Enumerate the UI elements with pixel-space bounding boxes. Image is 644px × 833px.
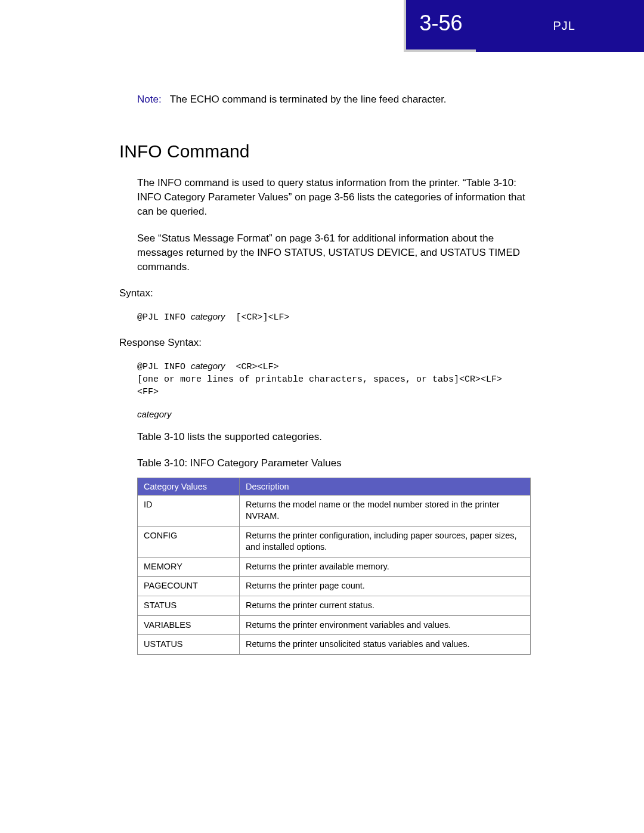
note-row: Note: The ECHO command is terminated by … [137, 94, 531, 106]
table-row: STATUS Returns the printer current statu… [138, 596, 531, 615]
paragraph-2: See “Status Message Format” on page 3-61… [137, 231, 531, 274]
table-row: ID Returns the model name or the model n… [138, 495, 531, 526]
cell-description: Returns the printer page count. [240, 577, 531, 596]
section-label: PJL [476, 0, 644, 52]
paragraph-1: The INFO command is used to query status… [137, 176, 531, 218]
syntax-prefix: @PJL INFO [137, 312, 191, 323]
table-header-description: Description [240, 478, 531, 495]
category-table: Category Values Description ID Returns t… [137, 478, 531, 655]
response-syntax-label: Response Syntax: [119, 337, 531, 349]
cell-description: Returns the printer available memory. [240, 557, 531, 577]
response-italic: category [191, 361, 225, 371]
cell-category: MEMORY [138, 557, 240, 577]
table-row: MEMORY Returns the printer available mem… [138, 557, 531, 577]
page-header: 3-56 PJL [0, 0, 644, 52]
page-content: Note: The ECHO command is terminated by … [119, 94, 531, 655]
syntax-italic: category [191, 311, 225, 321]
response-prefix: @PJL INFO [137, 362, 191, 372]
cell-description: Returns the printer current status. [240, 596, 531, 615]
syntax-label: Syntax: [119, 287, 531, 299]
syntax-suffix: [<CR>]<LF> [225, 312, 290, 323]
cell-category: ID [138, 495, 240, 526]
table-row: PAGECOUNT Returns the printer page count… [138, 577, 531, 596]
header-wrap: 3-56 PJL [404, 0, 644, 52]
cell-category: PAGECOUNT [138, 577, 240, 596]
table-row: VARIABLES Returns the printer environmen… [138, 615, 531, 635]
table-row: USTATUS Returns the printer unsolicited … [138, 635, 531, 655]
note-text: The ECHO command is terminated by the li… [170, 94, 447, 106]
cell-category: STATUS [138, 596, 240, 615]
note-label: Note: [137, 94, 162, 106]
paragraph-3: Table 3-10 lists the supported categorie… [137, 430, 531, 444]
cell-description: Returns the printer configuration, inclu… [240, 526, 531, 557]
table-header-row: Category Values Description [138, 478, 531, 495]
cell-category: CONFIG [138, 526, 240, 557]
table-row: CONFIG Returns the printer configuration… [138, 526, 531, 557]
category-italic-label: category [137, 409, 531, 419]
response-code: @PJL INFO category <CR><LF> [one or more… [137, 360, 531, 398]
cell-category: USTATUS [138, 635, 240, 655]
cell-description: Returns the printer unsolicited status v… [240, 635, 531, 655]
page-number-box: 3-56 [404, 0, 475, 52]
cell-description: Returns the model name or the model numb… [240, 495, 531, 526]
table-caption: Table 3-10: INFO Category Parameter Valu… [137, 457, 531, 469]
cell-description: Returns the printer environment variable… [240, 615, 531, 635]
syntax-code: @PJL INFO category [<CR>]<LF> [137, 310, 531, 324]
table-header-category: Category Values [138, 478, 240, 495]
cell-category: VARIABLES [138, 615, 240, 635]
section-heading: INFO Command [119, 141, 531, 162]
